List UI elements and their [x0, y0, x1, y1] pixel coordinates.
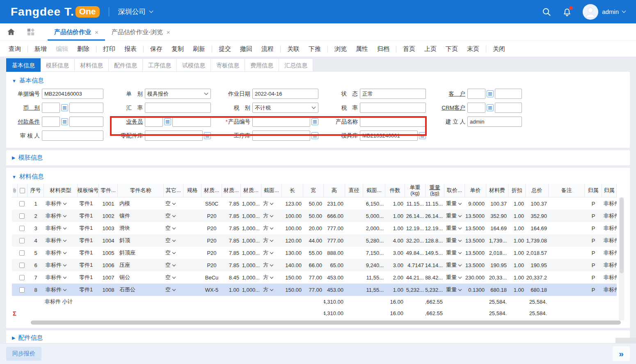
cell-jm1[interactable]: 方: [261, 259, 282, 271]
crm-customer-name-input[interactable]: [495, 103, 522, 113]
sync-quote-button[interactable]: 同步报价: [6, 347, 41, 361]
cell-qj[interactable]: 重量: [444, 284, 465, 296]
peijian-section-header[interactable]: ▶ 配件信息: [12, 334, 624, 342]
mopei-section-header[interactable]: ▶ 模胚信息: [12, 154, 624, 162]
lookup-icon[interactable]: [487, 90, 494, 97]
section-tab-0[interactable]: 基本信息: [6, 58, 41, 72]
cell-jm1[interactable]: 方: [261, 284, 282, 296]
cell-jm1[interactable]: 方: [261, 210, 282, 222]
chevron-down-icon[interactable]: [63, 288, 66, 291]
section-tab-1[interactable]: 模胚信息: [41, 58, 75, 72]
row-checkbox[interactable]: [19, 226, 25, 231]
cell-qt[interactable]: 空: [164, 234, 183, 247]
cell-cllx[interactable]: 非标件: [44, 284, 78, 296]
toolbar-button[interactable]: 末页: [462, 43, 484, 55]
salesman-name-input[interactable]: [172, 117, 211, 127]
section-tab-5[interactable]: 试模信息: [177, 58, 211, 72]
toolbar-button[interactable]: 下推: [304, 43, 325, 55]
section-tab-2[interactable]: 材料信息: [75, 58, 109, 72]
user-menu[interactable]: admin: [583, 4, 625, 20]
customer-name-input[interactable]: [495, 89, 522, 99]
cell-qt[interactable]: 空: [164, 271, 183, 284]
vertical-scrollbar[interactable]: [619, 197, 624, 321]
toolbar-button[interactable]: 撤回: [236, 43, 257, 55]
chevron-down-icon[interactable]: [458, 275, 462, 279]
cell-cllx[interactable]: 非标件: [44, 271, 78, 284]
table-row[interactable]: 4非标件零件11004斜顶空P207.851,000...方120.0044.0…: [12, 234, 617, 247]
tax-type-select[interactable]: 不计税: [252, 103, 318, 113]
chevron-down-icon[interactable]: [63, 238, 66, 242]
expand-right-button[interactable]: »: [613, 346, 630, 361]
lookup-icon[interactable]: [61, 104, 68, 111]
chevron-down-icon[interactable]: [172, 263, 176, 266]
table-row[interactable]: 2非标件零件11002镶件空P207.851,000...方100.0050.0…: [12, 210, 617, 222]
cell-qj[interactable]: 重量: [444, 197, 465, 210]
exchange-rate-input[interactable]: [145, 103, 211, 113]
table-row[interactable]: 6非标件零件11006压座空P207.851,000...方140.0066.0…: [12, 259, 617, 271]
toolbar-button[interactable]: 关联: [283, 43, 304, 55]
chevron-down-icon[interactable]: [63, 226, 66, 229]
status-input[interactable]: 正常: [360, 89, 426, 99]
table-row[interactable]: 3非标件零件11003滑块空P207.851,000...方100.0020.0…: [12, 222, 617, 234]
table-row[interactable]: 7非标件零件11007铜公空BeCu8.451,000...方150.0077.…: [12, 271, 617, 284]
basic-info-section-header[interactable]: ▼ 基本信息: [12, 76, 624, 88]
cell-cllx[interactable]: 非标件: [44, 222, 78, 234]
chevron-down-icon[interactable]: [172, 288, 176, 291]
toolbar-button[interactable]: 报表: [120, 43, 141, 55]
chevron-down-icon[interactable]: [63, 275, 66, 279]
toolbar-button[interactable]: 归档: [373, 43, 394, 55]
cell-qj[interactable]: 重量: [444, 271, 465, 284]
cell-jm1[interactable]: 方: [261, 222, 282, 234]
toolbar-button[interactable]: 下页: [441, 43, 462, 55]
cell-qj[interactable]: 重量: [444, 247, 465, 259]
chevron-down-icon[interactable]: [270, 288, 273, 291]
chevron-down-icon[interactable]: [172, 251, 176, 254]
lookup-icon[interactable]: [311, 118, 318, 125]
scrollbar-thumb[interactable]: [620, 197, 624, 273]
search-icon[interactable]: [542, 7, 551, 17]
cell-jm1[interactable]: 方: [261, 247, 282, 259]
horizontal-scrollbar[interactable]: [31, 321, 623, 325]
section-tab-6[interactable]: 寄板信息: [211, 58, 245, 72]
chevron-down-icon[interactable]: [458, 214, 462, 217]
cell-qj[interactable]: 重量: [444, 210, 465, 222]
lookup-icon[interactable]: [419, 132, 426, 139]
auditor-input[interactable]: [42, 130, 103, 141]
chevron-down-icon[interactable]: [458, 238, 462, 242]
chevron-down-icon[interactable]: [63, 263, 66, 266]
salesman-code-input[interactable]: [145, 117, 163, 127]
section-tab-8[interactable]: 汇总信息: [279, 58, 313, 72]
row-checkbox[interactable]: [19, 238, 25, 243]
toolbar-button[interactable]: 提交: [214, 43, 236, 55]
section-tab-4[interactable]: 工序信息: [143, 58, 177, 72]
toolbar-button[interactable]: 流程: [257, 43, 278, 55]
cell-qt[interactable]: 空: [164, 197, 183, 210]
chevron-down-icon[interactable]: [172, 201, 176, 205]
cell-jm1[interactable]: 方: [261, 197, 282, 210]
customer-code-input[interactable]: [467, 89, 485, 99]
chevron-down-icon[interactable]: [270, 226, 273, 229]
chevron-down-icon[interactable]: [270, 214, 273, 217]
cell-jm1[interactable]: 方: [261, 271, 282, 284]
payment-terms-code-input[interactable]: [42, 117, 60, 127]
toolbar-button[interactable]: 打印: [98, 43, 120, 55]
toolbar-button[interactable]: 删除: [73, 43, 94, 55]
row-checkbox[interactable]: [19, 201, 25, 206]
table-row[interactable]: 1非标件零件11001内模空S50C7.851,000...方123.0050.…: [12, 197, 617, 210]
tax-rate-input[interactable]: [360, 103, 426, 113]
toolbar-button[interactable]: 保存: [146, 43, 167, 55]
doc-number-input[interactable]: MB2204160003: [42, 89, 103, 99]
chevron-down-icon[interactable]: [63, 251, 66, 254]
row-checkbox[interactable]: [19, 250, 25, 256]
cell-qt[interactable]: 空: [164, 222, 183, 234]
chevron-down-icon[interactable]: [270, 201, 273, 205]
table-row[interactable]: 8非标件零件11008石墨公空WX-51.001,000...方150.0077…: [12, 284, 617, 296]
cell-qt[interactable]: 空: [164, 247, 183, 259]
toolbar-button[interactable]: 查询: [4, 43, 25, 55]
section-tab-3[interactable]: 配件信息: [109, 58, 143, 72]
mold-warehouse-input[interactable]: MB2103240001: [360, 130, 418, 141]
chevron-down-icon[interactable]: [458, 201, 462, 205]
toolbar-button[interactable]: 浏览: [330, 43, 351, 55]
toolbar-button[interactable]: 新增: [30, 43, 51, 55]
toolbar-button[interactable]: 上页: [420, 43, 441, 55]
